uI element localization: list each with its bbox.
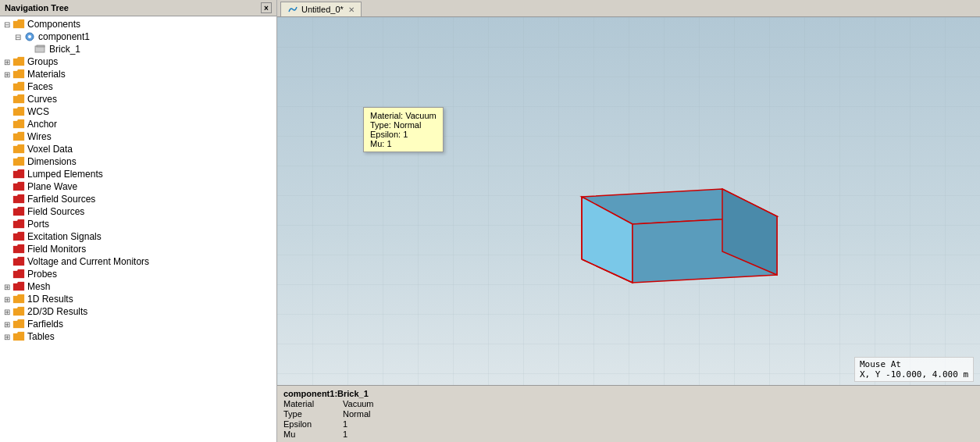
tree-item-excitation[interactable]: Excitation Signals xyxy=(0,230,276,243)
tooltip-popup: Material: Vacuum Type: Normal Epsilon: 1… xyxy=(363,107,444,152)
svg-rect-19 xyxy=(13,234,24,241)
svg-rect-11 xyxy=(13,134,24,141)
tree-item-mesh[interactable]: ⊞Mesh xyxy=(0,280,276,293)
info-epsilon-label: Epsilon xyxy=(283,419,330,429)
tree-item-farfields[interactable]: ⊞Farfields xyxy=(0,318,276,330)
info-bar-row-2: Type Normal xyxy=(283,409,974,419)
tree-item-2d3d_results[interactable]: ⊞2D/3D Results xyxy=(0,305,276,318)
tree-item-groups[interactable]: ⊞Groups xyxy=(0,55,276,68)
svg-rect-20 xyxy=(13,247,24,253)
expand-icon-dimensions xyxy=(3,158,11,166)
expand-icon-components[interactable]: ⊟ xyxy=(3,20,11,28)
tree-item-brick1[interactable]: Brick_1 xyxy=(0,43,276,55)
tree-label-materials: Materials xyxy=(27,69,66,80)
tooltip-line-2: Type: Normal xyxy=(370,120,437,130)
info-bar-row-4: Mu 1 xyxy=(283,430,974,439)
tab-bar: Untitled_0* ✕ xyxy=(277,0,980,17)
tree-item-planewave[interactable]: Plane Wave xyxy=(0,180,276,193)
tree-item-wires[interactable]: Wires xyxy=(0,130,276,143)
expand-icon-mesh[interactable]: ⊞ xyxy=(3,283,11,291)
folder-icon-components xyxy=(12,19,25,30)
tree-item-field_monitors[interactable]: Field Monitors xyxy=(0,243,276,255)
tree-item-materials[interactable]: ⊞Materials xyxy=(0,68,276,80)
folder-icon-wires xyxy=(12,131,25,142)
tree-label-field_sources: Field Sources xyxy=(27,206,84,217)
tree-item-component1[interactable]: ⊟component1 xyxy=(0,30,276,43)
svg-rect-17 xyxy=(13,209,24,216)
expand-icon-1d_results[interactable]: ⊞ xyxy=(3,295,11,303)
tree-item-dimensions[interactable]: Dimensions xyxy=(0,155,276,168)
expand-icon-farfield_sources xyxy=(3,195,11,203)
tree-item-farfield_sources[interactable]: Farfield Sources xyxy=(0,193,276,205)
mouse-x-value: -10.000, xyxy=(886,369,927,380)
expand-icon-wcs xyxy=(3,108,11,116)
expand-icon-farfields[interactable]: ⊞ xyxy=(3,320,11,328)
folder-icon-planewave xyxy=(12,181,25,192)
info-bar-row-3: Epsilon 1 xyxy=(283,419,974,429)
svg-rect-5 xyxy=(13,59,24,66)
tree-item-voltage_monitors[interactable]: Voltage and Current Monitors xyxy=(0,255,276,268)
expand-icon-excitation xyxy=(3,233,11,241)
folder-icon-probes xyxy=(12,269,25,280)
expand-icon-groups[interactable]: ⊞ xyxy=(3,58,11,66)
tab-untitled0[interactable]: Untitled_0* ✕ xyxy=(280,2,362,16)
right-panel: Untitled_0* ✕ xyxy=(277,0,980,442)
info-material-label: Material xyxy=(283,399,330,408)
tooltip-line-1: Material: Vacuum xyxy=(370,111,437,120)
tab-label: Untitled_0* xyxy=(301,5,344,14)
tree-label-dimensions: Dimensions xyxy=(27,156,77,167)
app-container: Navigation Tree × ⊟Components⊟component1… xyxy=(0,0,980,442)
expand-icon-probes xyxy=(3,270,11,278)
tree-item-curves[interactable]: Curves xyxy=(0,93,276,105)
folder-icon-1d_results xyxy=(12,294,25,305)
expand-icon-materials[interactable]: ⊞ xyxy=(3,70,11,78)
nav-title: Navigation Tree xyxy=(5,3,69,12)
expand-icon-tables[interactable]: ⊞ xyxy=(3,333,11,340)
folder-icon-wcs xyxy=(12,106,25,117)
nav-close-button[interactable]: × xyxy=(261,2,272,13)
tree-item-components[interactable]: ⊟Components xyxy=(0,18,276,30)
svg-rect-8 xyxy=(13,97,24,103)
folder-icon-mesh xyxy=(12,281,25,292)
folder-icon-dimensions xyxy=(12,156,25,167)
tree-label-field_monitors: Field Monitors xyxy=(27,244,86,255)
folder-icon-ports xyxy=(12,219,25,230)
expand-icon-component1[interactable]: ⊟ xyxy=(14,33,22,41)
tree-label-mesh: Mesh xyxy=(27,281,50,292)
info-type-label: Type xyxy=(283,409,330,419)
info-mu-value: 1 xyxy=(343,430,347,439)
expand-icon-voltage_monitors xyxy=(3,258,11,266)
tree-label-excitation: Excitation Signals xyxy=(27,231,102,242)
tree-item-ports[interactable]: Ports xyxy=(0,218,276,230)
tree-label-probes: Probes xyxy=(27,269,57,280)
folder-icon-anchor xyxy=(12,119,25,130)
tree-item-probes[interactable]: Probes xyxy=(0,268,276,280)
main-layout: Navigation Tree × ⊟Components⊟component1… xyxy=(0,0,980,442)
tree-item-anchor[interactable]: Anchor xyxy=(0,118,276,130)
svg-rect-26 xyxy=(13,322,24,328)
tree-item-faces[interactable]: Faces xyxy=(0,80,276,93)
tree-item-lumped[interactable]: Lumped Elements xyxy=(0,168,276,180)
svg-rect-10 xyxy=(13,122,24,128)
svg-rect-16 xyxy=(13,197,24,203)
tab-close-icon[interactable]: ✕ xyxy=(348,5,355,14)
info-mu-label: Mu xyxy=(283,430,330,439)
tree-item-1d_results[interactable]: ⊞1D Results xyxy=(0,293,276,305)
svg-rect-6 xyxy=(13,72,24,78)
svg-rect-13 xyxy=(13,159,24,166)
viewport[interactable]: Material: Vacuum Type: Normal Epsilon: 1… xyxy=(277,17,980,385)
tree-item-wcs[interactable]: WCS xyxy=(0,105,276,118)
folder-icon-lumped xyxy=(12,169,25,180)
expand-icon-faces xyxy=(3,83,11,91)
tree-item-tables[interactable]: ⊞Tables xyxy=(0,330,276,343)
svg-rect-14 xyxy=(13,172,24,178)
nav-tree[interactable]: ⊟Components⊟component1Brick_1⊞Groups⊞Mat… xyxy=(0,16,276,442)
expand-icon-2d3d_results[interactable]: ⊞ xyxy=(3,308,11,315)
svg-rect-0 xyxy=(13,22,24,28)
folder-icon-voltage_monitors xyxy=(12,256,25,267)
tree-item-voxeldata[interactable]: Voxel Data xyxy=(0,143,276,155)
folder-icon-curves xyxy=(12,94,25,105)
tree-item-field_sources[interactable]: Field Sources xyxy=(0,205,276,218)
expand-icon-brick1 xyxy=(25,45,33,53)
tree-label-component1: component1 xyxy=(38,31,90,42)
